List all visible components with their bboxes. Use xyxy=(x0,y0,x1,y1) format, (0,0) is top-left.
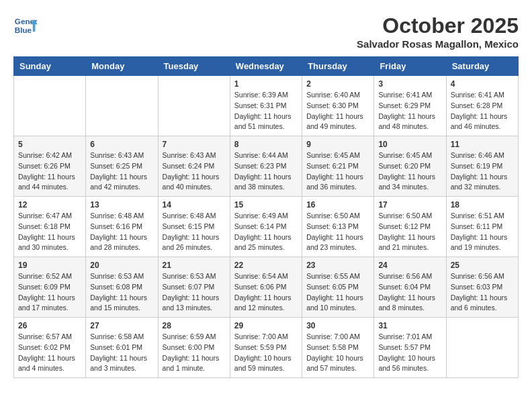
day-info-line: Daylight: 11 hours xyxy=(378,111,441,122)
day-info-line: Daylight: 11 hours xyxy=(90,293,153,304)
day-info: Sunrise: 6:47 AMSunset: 6:18 PMDaylight:… xyxy=(18,211,81,253)
day-cell xyxy=(14,76,86,136)
day-info: Sunrise: 6:56 AMSunset: 6:03 PMDaylight:… xyxy=(451,271,514,314)
day-info-line: and 38 minutes. xyxy=(234,182,298,193)
day-info: Sunrise: 6:53 AMSunset: 6:08 PMDaylight:… xyxy=(90,271,153,314)
day-cell: 10Sunrise: 6:45 AMSunset: 6:20 PMDayligh… xyxy=(374,136,446,197)
day-info-line: and 19 minutes. xyxy=(451,242,514,253)
day-info-line: Daylight: 11 hours xyxy=(234,172,298,183)
day-info-line: Sunrise: 6:48 AM xyxy=(90,211,153,222)
day-info-line: Sunrise: 6:47 AM xyxy=(18,211,81,222)
day-number: 10 xyxy=(378,140,441,149)
day-number: 6 xyxy=(90,140,153,149)
day-info-line: and 17 minutes. xyxy=(18,303,81,314)
day-info-line: Sunset: 6:05 PM xyxy=(306,282,369,293)
day-info-line: Sunset: 6:04 PM xyxy=(378,282,441,293)
day-number: 20 xyxy=(90,261,153,270)
weekday-header-tuesday: Tuesday xyxy=(158,57,230,76)
day-info-line: and 3 minutes. xyxy=(90,363,153,374)
day-info-line: Sunset: 6:21 PM xyxy=(306,161,369,172)
day-info: Sunrise: 6:48 AMSunset: 6:16 PMDaylight:… xyxy=(90,211,153,253)
day-number: 26 xyxy=(18,321,81,330)
week-row-2: 5Sunrise: 6:42 AMSunset: 6:26 PMDaylight… xyxy=(14,136,519,197)
day-info-line: Daylight: 11 hours xyxy=(378,293,441,304)
day-info-line: and 21 minutes. xyxy=(378,242,441,253)
day-cell: 31Sunrise: 7:01 AMSunset: 5:57 PMDayligh… xyxy=(374,318,446,378)
day-info-line: Sunrise: 6:54 AM xyxy=(234,271,298,282)
day-info-line: Daylight: 11 hours xyxy=(90,172,153,183)
title-area: October 2025 Salvador Rosas Magallon, Me… xyxy=(357,13,519,50)
day-info-line: Daylight: 10 hours xyxy=(234,353,298,364)
day-info: Sunrise: 6:58 AMSunset: 6:01 PMDaylight:… xyxy=(90,332,153,374)
day-info-line: and 1 minute. xyxy=(163,363,226,374)
day-info: Sunrise: 6:50 AMSunset: 6:13 PMDaylight:… xyxy=(306,211,369,253)
day-number: 27 xyxy=(90,321,153,330)
day-cell: 19Sunrise: 6:52 AMSunset: 6:09 PMDayligh… xyxy=(14,257,86,318)
day-number: 5 xyxy=(18,140,81,149)
day-cell: 22Sunrise: 6:54 AMSunset: 6:06 PMDayligh… xyxy=(230,257,302,318)
day-info: Sunrise: 6:59 AMSunset: 6:00 PMDaylight:… xyxy=(163,332,226,374)
day-info: Sunrise: 6:54 AMSunset: 6:06 PMDaylight:… xyxy=(234,271,298,314)
day-number: 2 xyxy=(306,79,369,89)
day-info-line: and 12 minutes. xyxy=(234,303,298,314)
day-number: 11 xyxy=(451,140,514,149)
day-cell: 20Sunrise: 6:53 AMSunset: 6:08 PMDayligh… xyxy=(86,257,158,318)
day-info-line: and 28 minutes. xyxy=(90,242,153,253)
day-number: 19 xyxy=(18,261,81,270)
day-info-line: Daylight: 11 hours xyxy=(18,172,81,183)
day-cell: 18Sunrise: 6:51 AMSunset: 6:11 PMDayligh… xyxy=(446,197,518,257)
day-cell: 30Sunrise: 7:00 AMSunset: 5:58 PMDayligh… xyxy=(302,318,374,378)
day-info: Sunrise: 6:39 AMSunset: 6:31 PMDaylight:… xyxy=(234,90,298,132)
day-info-line: Sunrise: 6:57 AM xyxy=(18,332,81,342)
day-number: 28 xyxy=(163,321,226,330)
day-info-line: and 34 minutes. xyxy=(378,182,441,193)
day-cell: 21Sunrise: 6:53 AMSunset: 6:07 PMDayligh… xyxy=(158,257,230,318)
day-info-line: Sunset: 6:30 PM xyxy=(306,101,369,111)
day-cell: 9Sunrise: 6:45 AMSunset: 6:21 PMDaylight… xyxy=(302,136,374,197)
day-cell: 11Sunrise: 6:46 AMSunset: 6:19 PMDayligh… xyxy=(446,136,518,197)
day-cell: 7Sunrise: 6:43 AMSunset: 6:24 PMDaylight… xyxy=(158,136,230,197)
day-number: 31 xyxy=(378,321,441,330)
day-number: 15 xyxy=(234,200,298,210)
day-info-line: Daylight: 11 hours xyxy=(163,172,226,183)
day-info: Sunrise: 6:49 AMSunset: 6:14 PMDaylight:… xyxy=(234,211,298,253)
day-info-line: Sunrise: 6:41 AM xyxy=(451,90,514,101)
day-info-line: and 30 minutes. xyxy=(18,242,81,253)
day-number: 3 xyxy=(378,79,441,89)
day-info: Sunrise: 6:46 AMSunset: 6:19 PMDaylight:… xyxy=(451,150,514,193)
day-info-line: Sunrise: 6:43 AM xyxy=(90,150,153,161)
day-info-line: Daylight: 11 hours xyxy=(163,293,226,304)
day-info: Sunrise: 7:00 AMSunset: 5:59 PMDaylight:… xyxy=(234,332,298,374)
day-info-line: Sunset: 6:14 PM xyxy=(234,222,298,232)
day-info-line: Sunset: 6:25 PM xyxy=(90,161,153,172)
logo-icon: General Blue xyxy=(13,13,38,38)
day-info-line: Sunset: 6:29 PM xyxy=(378,101,441,111)
day-info: Sunrise: 6:50 AMSunset: 6:12 PMDaylight:… xyxy=(378,211,441,253)
day-info-line: and 44 minutes. xyxy=(18,182,81,193)
day-info-line: Daylight: 11 hours xyxy=(18,353,81,364)
day-info-line: Sunset: 6:02 PM xyxy=(18,342,81,353)
day-info-line: Sunrise: 6:50 AM xyxy=(378,211,441,222)
calendar-table: SundayMondayTuesdayWednesdayThursdayFrid… xyxy=(13,56,519,378)
day-info-line: Sunrise: 6:53 AM xyxy=(163,271,226,282)
day-info-line: Sunrise: 6:41 AM xyxy=(378,90,441,101)
day-info-line: and 15 minutes. xyxy=(90,303,153,314)
day-info: Sunrise: 6:57 AMSunset: 6:02 PMDaylight:… xyxy=(18,332,81,374)
day-info-line: Daylight: 11 hours xyxy=(378,172,441,183)
weekday-header-sunday: Sunday xyxy=(14,57,86,76)
day-cell: 25Sunrise: 6:56 AMSunset: 6:03 PMDayligh… xyxy=(446,257,518,318)
day-number: 23 xyxy=(306,261,369,270)
day-info-line: and 46 minutes. xyxy=(451,122,514,132)
day-info: Sunrise: 6:53 AMSunset: 6:07 PMDaylight:… xyxy=(163,271,226,314)
day-info-line: Sunset: 6:12 PM xyxy=(378,222,441,232)
weekday-header-monday: Monday xyxy=(86,57,158,76)
location-subtitle: Salvador Rosas Magallon, Mexico xyxy=(357,38,519,50)
day-info-line: Sunset: 6:26 PM xyxy=(18,161,81,172)
day-info-line: Sunset: 5:58 PM xyxy=(306,342,369,353)
day-info-line: and 23 minutes. xyxy=(306,242,369,253)
day-cell: 3Sunrise: 6:41 AMSunset: 6:29 PMDaylight… xyxy=(374,76,446,136)
day-number: 4 xyxy=(451,79,514,89)
day-info-line: Sunrise: 6:42 AM xyxy=(18,150,81,161)
logo: General Blue xyxy=(13,13,38,38)
day-info-line: and 13 minutes. xyxy=(163,303,226,314)
